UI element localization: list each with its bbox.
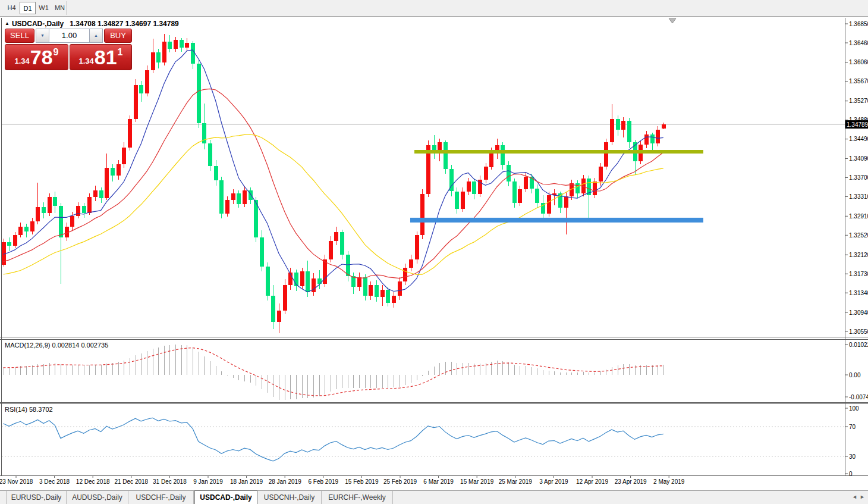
tab-usdcad-daily[interactable]: USDCAD-,Daily	[194, 490, 257, 504]
trend-lines	[410, 150, 703, 223]
svg-text:3 Dec 2018: 3 Dec 2018	[39, 478, 70, 485]
macd-histogram	[4, 345, 664, 400]
rsi-value: 58.3702	[29, 406, 53, 413]
svg-text:1.33310: 1.33310	[849, 193, 868, 200]
moving-average-lines	[4, 50, 663, 292]
svg-text:9 Jan 2019: 9 Jan 2019	[193, 478, 223, 485]
tab-eurusd-daily[interactable]: EURUSD-,Daily	[6, 491, 67, 504]
macd-name: MACD(12,26,9)	[5, 342, 50, 349]
buy-button[interactable]: BUY	[104, 29, 132, 43]
buy-price-prefix: 1.34	[78, 57, 93, 65]
support-hline[interactable]	[410, 218, 703, 223]
svg-text:100: 100	[849, 405, 859, 412]
svg-text:30: 30	[849, 453, 856, 460]
rsi-levels	[2, 427, 845, 456]
svg-text:1.34090: 1.34090	[849, 155, 868, 162]
chart-canvas[interactable]: 1.368501.364601.360601.356701.352701.348…	[0, 0, 868, 504]
svg-text:2 May 2019: 2 May 2019	[653, 478, 685, 485]
candles	[2, 34, 666, 333]
svg-text:1.31730: 1.31730	[849, 271, 868, 277]
svg-text:1.34789: 1.34789	[847, 121, 868, 128]
volume-input[interactable]: 1.00	[49, 29, 89, 42]
svg-text:25 Feb 2019: 25 Feb 2019	[383, 478, 417, 485]
svg-text:21 Dec 2018: 21 Dec 2018	[114, 478, 148, 485]
svg-text:1.32120: 1.32120	[849, 252, 868, 258]
svg-text:1.35670: 1.35670	[849, 78, 868, 84]
svg-text:70: 70	[849, 424, 856, 430]
svg-text:15 Mar 2019: 15 Mar 2019	[460, 478, 494, 485]
svg-text:-0.007477: -0.007477	[849, 394, 868, 400]
tab-audusd-daily[interactable]: AUDUSD-,Daily	[67, 491, 128, 504]
svg-text:0.00: 0.00	[849, 372, 861, 378]
svg-text:18 Jan 2019: 18 Jan 2019	[230, 478, 263, 485]
svg-text:1.36850: 1.36850	[849, 21, 868, 27]
svg-text:1.34490: 1.34490	[849, 136, 868, 142]
macd-signal-line	[4, 348, 663, 396]
one-click-trading-panel: SELL ▼ 1.00 ▲ BUY 1.34 78 9 1.34 81 1	[5, 29, 132, 70]
chart-symbol-title: USDCAD-,Daily	[12, 20, 64, 28]
svg-text:31 Dec 2018: 31 Dec 2018	[153, 478, 187, 485]
rsi-name: RSI(14)	[5, 406, 27, 413]
sell-price-button[interactable]: 1.34 78 9	[5, 44, 68, 70]
svg-text:3 Apr 2019: 3 Apr 2019	[539, 478, 568, 485]
svg-text:0.010229: 0.010229	[849, 342, 868, 348]
ma-fast-line	[4, 50, 663, 292]
volume-spinner: ▼ 1.00 ▲	[36, 29, 103, 43]
svg-text:1.31340: 1.31340	[849, 290, 868, 296]
svg-text:23 Nov 2018: 23 Nov 2018	[0, 478, 33, 485]
svg-text:12 Apr 2019: 12 Apr 2019	[576, 478, 608, 485]
sell-price-sup: 9	[54, 47, 59, 58]
svg-text:12 Dec 2018: 12 Dec 2018	[76, 478, 110, 485]
collapse-triangle-icon[interactable]: ▲	[5, 21, 10, 26]
macd-pane-label: MACD(12,26,9) 0.002814 0.002735	[5, 342, 108, 349]
price-axis: 1.368501.364601.360601.356701.352701.348…	[845, 21, 868, 477]
chart-title-bar: ▲USDCAD-,Daily1.34708 1.34827 1.34697 1.…	[5, 20, 179, 28]
buy-price-sup: 1	[118, 47, 123, 58]
mt4-window: H4 D1 W1 MN 1.368501.364601.360601.35670…	[0, 0, 868, 504]
svg-text:1.32520: 1.32520	[849, 232, 868, 239]
svg-text:1.33700: 1.33700	[849, 174, 868, 181]
rsi-line	[4, 418, 663, 461]
chart-ohlc-quote: 1.34708 1.34827 1.34697 1.34789	[70, 20, 179, 28]
rsi-pane-label: RSI(14) 58.3702	[5, 406, 53, 413]
tab-usdchf-daily[interactable]: USDCHF-,Daily	[128, 491, 194, 504]
svg-text:1.36460: 1.36460	[849, 40, 868, 46]
buy-price-big: 81	[95, 45, 117, 69]
ma-mid-line	[4, 89, 663, 278]
svg-text:6 Feb 2019: 6 Feb 2019	[308, 478, 338, 485]
svg-text:23 Apr 2019: 23 Apr 2019	[615, 478, 647, 485]
svg-text:1.36060: 1.36060	[849, 59, 868, 65]
svg-text:28 Jan 2019: 28 Jan 2019	[269, 478, 301, 485]
buy-price-button[interactable]: 1.34 81 1	[70, 44, 132, 70]
svg-text:25 Mar 2019: 25 Mar 2019	[499, 478, 533, 485]
svg-text:0: 0	[849, 471, 853, 477]
macd-values: 0.002814 0.002735	[52, 342, 108, 349]
tab-usdcnh-daily[interactable]: USDCNH-,Daily	[257, 491, 322, 504]
tab-scroll-left-icon[interactable]: ◄	[852, 494, 857, 500]
sell-price-big: 78	[30, 45, 53, 69]
svg-text:1.30550: 1.30550	[849, 328, 868, 335]
chart-shift-marker-icon	[669, 18, 676, 23]
sell-button[interactable]: SELL	[5, 29, 34, 43]
tab-eurchf-weekly[interactable]: EURCHF-,Weekly	[322, 491, 393, 504]
volume-increase-icon[interactable]: ▲	[89, 29, 102, 42]
pane-borders	[0, 18, 868, 476]
date-axis: 23 Nov 20183 Dec 201812 Dec 201821 Dec 2…	[0, 476, 685, 485]
svg-text:1.32910: 1.32910	[849, 213, 868, 220]
symbol-tab-bar: EURUSD-,Daily AUDUSD-,Daily USDCHF-,Dail…	[0, 490, 868, 504]
svg-text:1.30940: 1.30940	[849, 309, 868, 316]
svg-text:6 Mar 2019: 6 Mar 2019	[423, 478, 454, 485]
tab-scroll-right-icon[interactable]: ►	[860, 494, 865, 500]
svg-text:15 Feb 2019: 15 Feb 2019	[345, 478, 379, 485]
volume-decrease-icon[interactable]: ▼	[36, 29, 49, 42]
resistance-hline[interactable]	[414, 150, 703, 154]
svg-text:1.35270: 1.35270	[849, 98, 868, 104]
sell-price-prefix: 1.34	[14, 57, 29, 65]
